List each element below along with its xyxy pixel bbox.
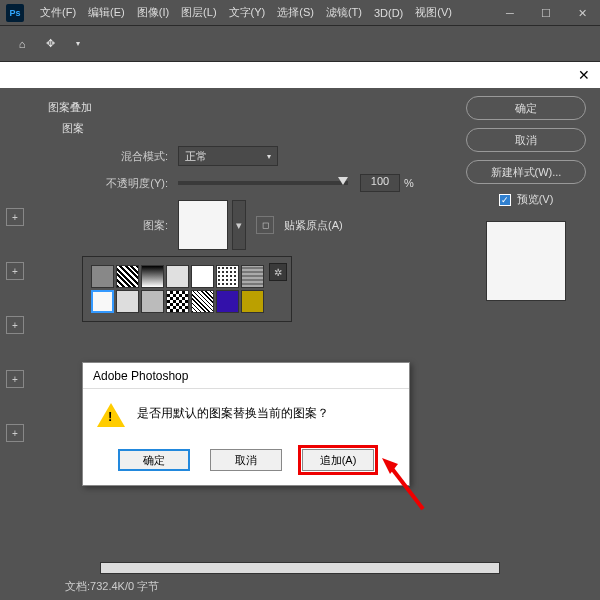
opacity-label: 不透明度(Y):: [88, 176, 168, 191]
pattern-dropdown-button[interactable]: ▾: [232, 200, 246, 250]
menu-3d[interactable]: 3D(D): [368, 7, 409, 19]
pattern-swatch[interactable]: [241, 265, 264, 288]
pattern-swatch[interactable]: [191, 265, 214, 288]
confirm-dialog: Adobe Photoshop 是否用默认的图案替换当前的图案？ 确定 取消 追…: [82, 362, 410, 486]
menu-bar: Ps 文件(F) 编辑(E) 图像(I) 图层(L) 文字(Y) 选择(S) 滤…: [0, 0, 600, 26]
app-logo: Ps: [6, 4, 24, 22]
pattern-swatch[interactable]: [141, 290, 164, 313]
options-bar: ⌂ ✥ ▾: [0, 26, 600, 62]
window-minimize-button[interactable]: ─: [492, 0, 528, 26]
blend-mode-select[interactable]: 正常 ▾: [178, 146, 278, 166]
confirm-ok-button[interactable]: 确定: [118, 449, 190, 471]
menu-filter[interactable]: 滤镜(T): [320, 5, 368, 20]
menu-type[interactable]: 文字(Y): [223, 5, 272, 20]
confirm-append-button[interactable]: 追加(A): [302, 449, 374, 471]
effects-sidebar: + + + + +: [0, 88, 30, 600]
menu-layer[interactable]: 图层(L): [175, 5, 222, 20]
add-effect-button[interactable]: +: [6, 316, 24, 334]
confirm-title: Adobe Photoshop: [83, 363, 409, 389]
new-preset-icon[interactable]: ◻: [256, 216, 274, 234]
pattern-preview[interactable]: [178, 200, 228, 250]
menu-select[interactable]: 选择(S): [271, 5, 320, 20]
pattern-swatch[interactable]: [116, 290, 139, 313]
gear-icon[interactable]: ✲: [269, 263, 287, 281]
pattern-swatch[interactable]: [91, 265, 114, 288]
menu-view[interactable]: 视图(V): [409, 5, 458, 20]
layer-style-dialog: ✕ + + + + + 图案叠加 图案 混合模式: 正常 ▾ 不透明度(Y): …: [0, 62, 600, 600]
menu-image[interactable]: 图像(I): [131, 5, 175, 20]
preview-checkbox[interactable]: ✓ 预览(V): [466, 192, 586, 207]
dialog-buttons: 确定 取消 新建样式(W)... ✓ 预览(V): [466, 96, 586, 301]
preview-label: 预览(V): [517, 192, 554, 207]
blend-mode-value: 正常: [185, 149, 207, 164]
menu-file[interactable]: 文件(F): [34, 5, 82, 20]
opacity-input[interactable]: 100: [360, 174, 400, 192]
menu-edit[interactable]: 编辑(E): [82, 5, 131, 20]
home-icon[interactable]: ⌂: [10, 32, 34, 56]
pattern-swatch[interactable]: [166, 290, 189, 313]
pattern-swatch[interactable]: [116, 265, 139, 288]
blend-mode-label: 混合模式:: [88, 149, 168, 164]
pattern-swatch[interactable]: [216, 290, 239, 313]
ok-button[interactable]: 确定: [466, 96, 586, 120]
confirm-cancel-button[interactable]: 取消: [210, 449, 282, 471]
pattern-label: 图案:: [128, 218, 168, 233]
pattern-picker-popup: ✲: [82, 256, 292, 322]
add-effect-button[interactable]: +: [6, 208, 24, 226]
horizontal-scrollbar[interactable]: [100, 562, 500, 574]
new-style-button[interactable]: 新建样式(W)...: [466, 160, 586, 184]
checkbox-checked-icon: ✓: [499, 194, 511, 206]
pattern-overlay-panel: 图案叠加 图案 混合模式: 正常 ▾ 不透明度(Y): 100 % 图案: ▾ …: [30, 88, 600, 600]
opacity-slider[interactable]: [178, 181, 348, 185]
chevron-down-icon: ▾: [267, 152, 271, 161]
confirm-message: 是否用默认的图案替换当前的图案？: [137, 403, 329, 431]
window-maximize-button[interactable]: ☐: [528, 0, 564, 26]
pattern-swatch[interactable]: [141, 265, 164, 288]
snap-origin-label[interactable]: 贴紧原点(A): [284, 218, 343, 233]
pattern-swatch[interactable]: [91, 290, 114, 313]
pattern-swatch[interactable]: [166, 265, 189, 288]
slider-handle-icon[interactable]: [338, 177, 348, 185]
dialog-close-button[interactable]: ✕: [578, 67, 590, 83]
dialog-header: ✕: [0, 62, 600, 88]
dropdown-icon[interactable]: ▾: [66, 32, 90, 56]
add-effect-button[interactable]: +: [6, 424, 24, 442]
cancel-button[interactable]: 取消: [466, 128, 586, 152]
pattern-swatch[interactable]: [191, 290, 214, 313]
pattern-swatch[interactable]: [241, 290, 264, 313]
status-bar: 100% 文档:732.4K/0 字节: [55, 579, 495, 594]
opacity-unit: %: [404, 177, 414, 189]
pattern-grid: [91, 265, 265, 313]
warning-icon: [97, 403, 125, 431]
move-tool-icon[interactable]: ✥: [38, 32, 62, 56]
add-effect-button[interactable]: +: [6, 262, 24, 280]
style-preview: [486, 221, 566, 301]
pattern-swatch[interactable]: [216, 265, 239, 288]
doc-size: 文档:732.4K/0 字节: [65, 579, 159, 594]
window-close-button[interactable]: ✕: [564, 0, 600, 26]
add-effect-button[interactable]: +: [6, 370, 24, 388]
